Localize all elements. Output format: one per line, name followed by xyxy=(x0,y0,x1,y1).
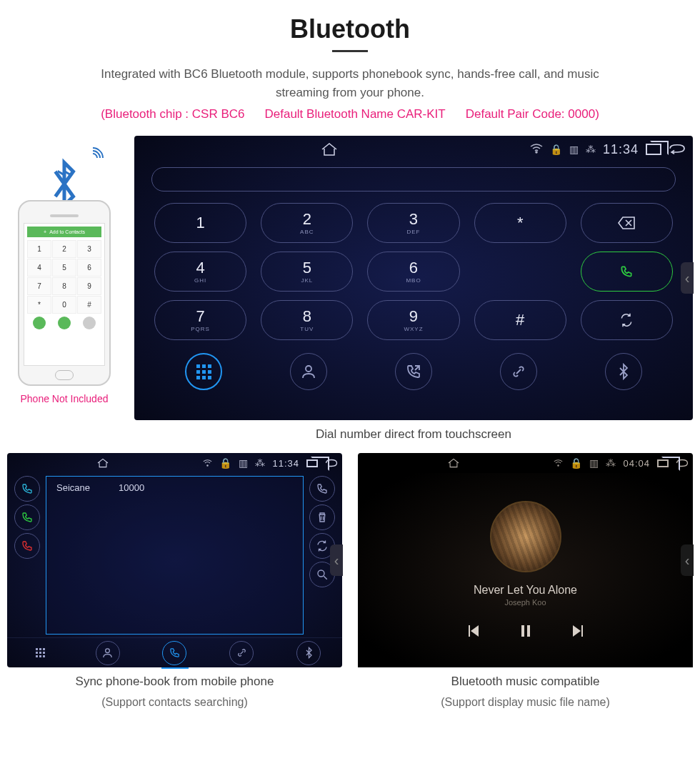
home-icon[interactable] xyxy=(319,142,339,156)
svg-point-4 xyxy=(106,649,110,653)
keypad-key-6[interactable]: 6MBO xyxy=(367,252,459,292)
bluetooth-icon: ⌁ xyxy=(46,157,82,193)
nav-pair-button[interactable] xyxy=(500,353,537,390)
keypad-key-4[interactable]: 4GHI xyxy=(154,252,246,292)
dialer-caption: Dial number direct from touchscreen xyxy=(134,427,693,442)
contact-number: 10000 xyxy=(119,482,144,493)
phone-device: +Add to Contacts 123456789*0# xyxy=(18,200,111,386)
track-artist: Joseph Koo xyxy=(504,598,546,607)
header-section: Bluetooth Integrated with BC6 Bluetooth … xyxy=(7,14,693,121)
keypad-key-5[interactable]: 5JKL xyxy=(261,252,353,292)
video-call-icon xyxy=(33,317,46,329)
svg-point-1 xyxy=(306,366,311,372)
phonebook-caption-2: (Support contacts searching) xyxy=(7,696,342,709)
nav-calllog-button[interactable] xyxy=(162,641,186,665)
phone-key: 9 xyxy=(77,277,101,295)
dial-input[interactable] xyxy=(151,167,676,191)
sd-icon: ▥ xyxy=(569,144,579,155)
svg-point-3 xyxy=(318,570,324,577)
nav-contacts-button[interactable] xyxy=(290,353,327,390)
music-screen: 🔒 ▥ ⁂ 04:04 Never Let You Alone Joseph K… xyxy=(358,453,693,667)
side-drawer-handle[interactable] xyxy=(681,262,694,294)
music-caption-2: (Support display music file name) xyxy=(358,696,693,709)
page-title: Bluetooth xyxy=(7,14,693,44)
lock-icon: 🔒 xyxy=(570,457,582,469)
delete-contact-button[interactable] xyxy=(309,504,335,530)
keypad-key-7[interactable]: 7PQRS xyxy=(154,300,246,340)
spec-bt-name: Default Bluetooth Name CAR-KIT xyxy=(264,107,445,121)
phone-key: 2 xyxy=(52,240,76,258)
status-bar: 🔒 ▥ ⁂ 11:34 xyxy=(134,136,693,163)
backspace-icon xyxy=(83,317,96,329)
status-bar: 🔒 ▥ ⁂ 11:34 xyxy=(7,453,342,473)
recent-apps-icon[interactable] xyxy=(306,459,318,467)
title-underline xyxy=(332,50,368,52)
call-button[interactable] xyxy=(581,252,673,292)
svg-point-2 xyxy=(207,465,208,466)
recent-apps-icon[interactable] xyxy=(657,459,669,467)
play-pause-button[interactable] xyxy=(517,622,534,640)
call-type-filter-2[interactable] xyxy=(14,533,40,559)
phone-caption: Phone Not Included xyxy=(7,393,121,404)
svg-point-0 xyxy=(536,151,537,153)
keypad-key-9[interactable]: 9WXYZ xyxy=(367,300,459,340)
phone-key: # xyxy=(77,296,101,314)
bt-status-icon: ⁂ xyxy=(255,457,265,469)
phone-key: 6 xyxy=(77,259,101,277)
back-icon[interactable] xyxy=(669,144,686,155)
music-caption-1: Bluetooth music compatible xyxy=(358,675,693,689)
dial-contact-button[interactable] xyxy=(309,476,335,502)
next-track-button[interactable] xyxy=(570,622,587,640)
svg-point-5 xyxy=(558,465,559,466)
side-drawer-handle[interactable] xyxy=(330,544,343,576)
sd-icon: ▥ xyxy=(239,457,248,469)
call-type-filter-1[interactable] xyxy=(14,504,40,530)
phonebook-screen: 🔒 ▥ ⁂ 11:34 Seicane 10000 xyxy=(7,453,342,667)
nav-contacts-button[interactable] xyxy=(96,641,120,665)
keypad-spacer xyxy=(474,252,566,292)
home-icon[interactable] xyxy=(446,458,461,468)
phone-key: 4 xyxy=(27,259,51,277)
wifi-icon xyxy=(554,457,563,469)
phone-column: ⌁ +Add to Contacts 123456789*0# Phone No… xyxy=(7,136,121,404)
contact-list[interactable]: Seicane 10000 xyxy=(46,476,304,635)
nav-pair-button[interactable] xyxy=(229,641,254,665)
bt-status-icon: ⁂ xyxy=(606,457,616,469)
keypad-key-2[interactable]: 2ABC xyxy=(261,203,353,243)
status-time: 11:34 xyxy=(603,142,639,157)
spec-line: (Bluetooth chip : CSR BC6 Default Blueto… xyxy=(7,107,693,121)
home-icon[interactable] xyxy=(96,458,110,468)
phone-key: 7 xyxy=(27,277,51,295)
spec-chip: (Bluetooth chip : CSR BC6 xyxy=(101,107,244,121)
call-type-filter-0[interactable] xyxy=(14,476,40,502)
prev-track-button[interactable] xyxy=(464,622,481,640)
nav-dialpad-button[interactable] xyxy=(185,353,222,390)
phonebook-caption-1: Sync phone-book from mobile phone xyxy=(7,675,342,689)
keypad-key-8[interactable]: 8TUV xyxy=(261,300,353,340)
backspace-button[interactable] xyxy=(581,203,673,243)
dialer-screen: 🔒 ▥ ⁂ 11:34 12ABC3DEF*4GHI5JKL6MBO7PQRS8… xyxy=(134,136,693,420)
nav-dialpad-button[interactable] xyxy=(29,641,53,665)
keypad-key-#[interactable]: # xyxy=(474,300,566,340)
lock-icon: 🔒 xyxy=(219,457,231,469)
wifi-icon xyxy=(530,144,543,156)
wifi-icon xyxy=(203,457,212,469)
phone-key: 1 xyxy=(27,240,51,258)
nav-calllog-button[interactable] xyxy=(395,353,432,390)
keypad-key-3[interactable]: 3DEF xyxy=(367,203,459,243)
phone-key: 3 xyxy=(77,240,101,258)
phone-key: 0 xyxy=(52,296,76,314)
dialer-nav xyxy=(134,347,693,399)
contact-row[interactable]: Seicane 10000 xyxy=(46,477,303,499)
nav-bluetooth-button[interactable] xyxy=(605,353,642,390)
keypad-key-1[interactable]: 1 xyxy=(154,203,246,243)
side-drawer-handle[interactable] xyxy=(681,544,694,576)
track-title: Never Let You Alone xyxy=(474,584,577,597)
phonebook-nav xyxy=(7,637,342,667)
keypad-key-*[interactable]: * xyxy=(474,203,566,243)
recent-apps-icon[interactable] xyxy=(646,144,661,155)
contact-name: Seicane xyxy=(56,482,90,493)
swap-button[interactable] xyxy=(581,300,673,340)
sd-icon: ▥ xyxy=(589,457,599,469)
nav-bluetooth-button[interactable] xyxy=(296,641,321,665)
